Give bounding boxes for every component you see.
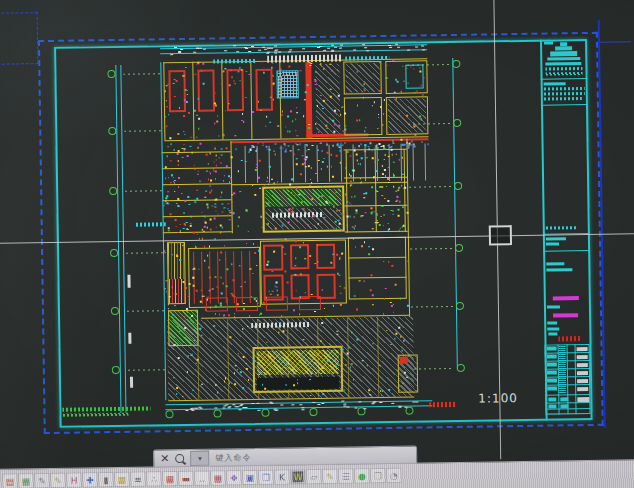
taskbar-points-icon[interactable]: ∴ xyxy=(147,472,160,485)
taskbar-pencil2-icon[interactable]: ✎ xyxy=(323,470,336,483)
taskbar-move-icon[interactable]: ✚ xyxy=(83,473,96,486)
taskbar-w-tool-icon[interactable]: W xyxy=(291,470,304,483)
crosshair-cursor xyxy=(0,0,634,488)
taskbar-hatch-icon[interactable]: ▦ xyxy=(211,471,224,484)
taskbar-list-icon[interactable]: ☰ xyxy=(339,470,352,483)
close-icon[interactable]: ✕ xyxy=(160,453,169,464)
taskbar-viewport-icon[interactable]: ❒ xyxy=(259,471,272,484)
taskbar-blocks-icon[interactable]: ❖ xyxy=(227,471,240,484)
chevron-down-icon: ▾ xyxy=(198,454,202,462)
taskbar-doc-icon[interactable]: ▣ xyxy=(243,471,256,484)
toolbar-icon-row: ▤▦✎✎H✚▮▦≡∴▦▬‥▦❖▣❒KW▱✎☰●❒◔ xyxy=(3,469,400,488)
crosshair-horizontal-line xyxy=(0,233,634,243)
taskbar-column-icon[interactable]: ▮ xyxy=(99,473,112,486)
taskbar-window-grid-icon[interactable]: ▦ xyxy=(115,473,128,486)
recent-commands-dropdown[interactable]: ▾ xyxy=(190,451,209,466)
command-input[interactable]: 键入命令 xyxy=(215,452,251,464)
taskbar-solid-icon[interactable]: ▬ xyxy=(179,472,192,485)
taskbar-layers-icon[interactable]: ▤ xyxy=(3,474,16,487)
taskbar-render-icon[interactable]: ● xyxy=(355,469,368,482)
taskbar-frame-icon[interactable]: ▱ xyxy=(307,470,320,483)
taskbar-orbit-icon[interactable]: ◔ xyxy=(387,469,400,482)
taskbar-erase-icon[interactable]: ✎ xyxy=(35,474,48,487)
taskbar-align-icon[interactable]: ≡ xyxy=(131,473,144,486)
taskbar-draw-pencil-icon[interactable]: ✎ xyxy=(51,474,64,487)
taskbar-red-grid-icon[interactable]: ▦ xyxy=(163,472,176,485)
pickbox xyxy=(489,225,512,245)
taskbar-dots-icon[interactable]: ‥ xyxy=(195,472,208,485)
search-icon[interactable] xyxy=(175,454,184,463)
cad-drawing-area[interactable]: 1:100 ✕ ▾ 键入命令 ▤▦✎✎H✚▮▦≡∴▦▬‥▦❖▣❒KW▱✎☰●❒◔ xyxy=(0,0,634,488)
taskbar-table-icon[interactable]: ▦ xyxy=(19,474,32,487)
taskbar-text-style-icon[interactable]: H xyxy=(67,474,80,487)
taskbar-window2-icon[interactable]: ❒ xyxy=(371,469,384,482)
taskbar-k-tool-icon[interactable]: K xyxy=(275,470,288,483)
cad-screen: 1:100 ✕ ▾ 键入命令 ▤▦✎✎H✚▮▦≡∴▦▬‥▦❖▣❒KW▱✎☰●❒◔ xyxy=(0,0,634,488)
photographed-cad-screen: { "window": { "scale_label": "1:100" }, … xyxy=(0,0,634,488)
